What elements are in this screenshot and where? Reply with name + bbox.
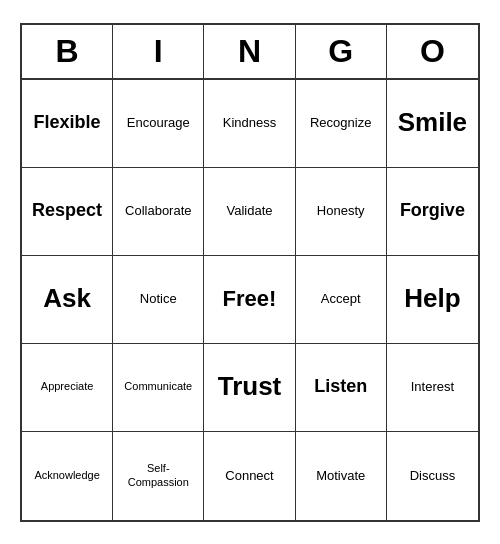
bingo-cell: Notice <box>113 256 204 344</box>
bingo-cell: Free! <box>204 256 295 344</box>
bingo-cell: Self-Compassion <box>113 432 204 520</box>
bingo-grid: FlexibleEncourageKindnessRecognizeSmileR… <box>22 80 478 520</box>
bingo-cell: Collaborate <box>113 168 204 256</box>
bingo-card: BINGO FlexibleEncourageKindnessRecognize… <box>20 23 480 522</box>
bingo-cell: Help <box>387 256 478 344</box>
bingo-cell: Honesty <box>296 168 387 256</box>
header-letter: I <box>113 25 204 78</box>
bingo-cell: Motivate <box>296 432 387 520</box>
bingo-cell: Listen <box>296 344 387 432</box>
bingo-header: BINGO <box>22 25 478 80</box>
header-letter: N <box>204 25 295 78</box>
header-letter: B <box>22 25 113 78</box>
bingo-cell: Recognize <box>296 80 387 168</box>
bingo-cell: Forgive <box>387 168 478 256</box>
bingo-cell: Encourage <box>113 80 204 168</box>
bingo-cell: Smile <box>387 80 478 168</box>
bingo-cell: Interest <box>387 344 478 432</box>
bingo-cell: Flexible <box>22 80 113 168</box>
bingo-cell: Ask <box>22 256 113 344</box>
header-letter: G <box>296 25 387 78</box>
bingo-cell: Appreciate <box>22 344 113 432</box>
bingo-cell: Connect <box>204 432 295 520</box>
bingo-cell: Validate <box>204 168 295 256</box>
bingo-cell: Discuss <box>387 432 478 520</box>
bingo-cell: Kindness <box>204 80 295 168</box>
bingo-cell: Communicate <box>113 344 204 432</box>
header-letter: O <box>387 25 478 78</box>
bingo-cell: Respect <box>22 168 113 256</box>
bingo-cell: Acknowledge <box>22 432 113 520</box>
bingo-cell: Accept <box>296 256 387 344</box>
bingo-cell: Trust <box>204 344 295 432</box>
